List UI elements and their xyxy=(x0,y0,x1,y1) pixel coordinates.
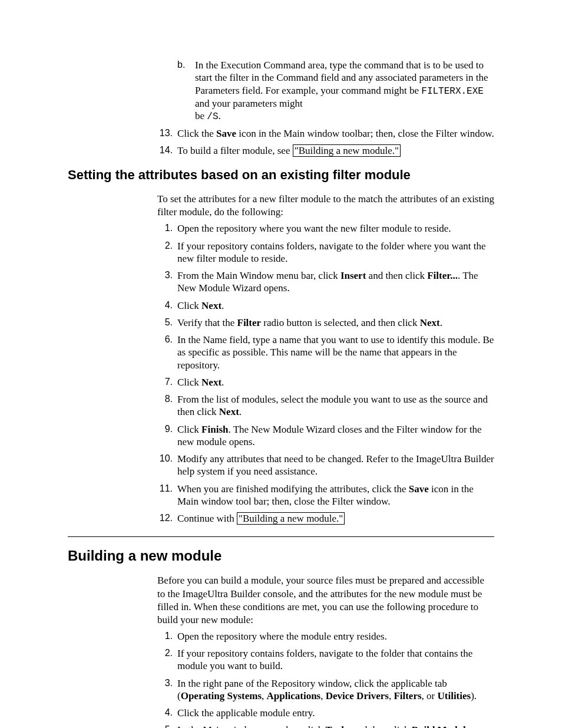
s2-step-10: 10. Modify any attributes that need to b… xyxy=(157,453,494,478)
s2-3-p2: and then click xyxy=(366,270,427,281)
s2-9-b1: Finish xyxy=(201,424,228,435)
s2-9-p1: Click xyxy=(177,424,201,435)
s3-step-4: 4. Click the applicable module entry. xyxy=(157,707,494,719)
step-14-num: 14. xyxy=(157,144,173,156)
s2-11-p1: When you are finished modifying the attr… xyxy=(177,483,409,495)
step-b-code-1: FILTERX.EXE xyxy=(421,86,484,97)
step-b-text-3: be xyxy=(195,110,207,121)
section-divider xyxy=(68,536,494,537)
s3-3-p2: , xyxy=(262,690,267,701)
step-14: 14. To build a filter module, see "Build… xyxy=(157,144,494,157)
s2-4-p2: . xyxy=(222,300,224,311)
s2-step-2-num: 2. xyxy=(157,240,173,252)
section2-steps: 1. Open the repository where you want th… xyxy=(68,222,494,525)
step-13-p1: Click the xyxy=(177,128,216,139)
s2-5-p3: . xyxy=(440,317,442,328)
s2-step-8: 8. From the list of modules, select the … xyxy=(157,393,494,419)
s2-12-p1: Continue with xyxy=(177,513,237,524)
s2-5-p2: radio button is selected, and then click xyxy=(261,317,420,328)
s2-step-5-num: 5. xyxy=(157,317,173,328)
s2-5-b1: Filter xyxy=(237,317,262,328)
step-13-num: 13. xyxy=(157,127,173,139)
s2-3-b2: Filter... xyxy=(427,270,458,281)
s2-step-5: 5. Verify that the Filter radio button i… xyxy=(157,317,494,329)
step-b-letter: b. xyxy=(177,59,185,71)
s2-step-12: 12. Continue with "Building a new module… xyxy=(157,512,494,525)
s3-step-1-text: Open the repository where the module ent… xyxy=(177,631,387,642)
s2-step-4: 4. Click Next. xyxy=(157,299,494,312)
s3-5-p2: , and then click xyxy=(348,724,412,728)
s3-step-4-text: Click the applicable module entry. xyxy=(177,707,315,719)
s2-3-b1: Insert xyxy=(340,270,366,281)
s2-step-2: 2. If your repository contains folders, … xyxy=(157,240,494,265)
step-13-b1: Save xyxy=(216,128,236,139)
s2-step-9-num: 9. xyxy=(157,423,173,435)
s2-5-p1: Verify that the xyxy=(177,317,237,328)
section1-steps: 13. Click the Save icon in the Main wind… xyxy=(68,127,494,157)
s3-step-1: 1. Open the repository where the module … xyxy=(157,630,494,643)
s2-8-b1: Next xyxy=(219,406,239,417)
s2-11-b1: Save xyxy=(409,483,429,495)
s3-step-2-text: If your repository contains folders, nav… xyxy=(177,648,472,671)
s2-step-6-num: 6. xyxy=(157,334,173,345)
s2-5-b2: Next xyxy=(420,317,440,328)
section2-intro: To set the attributes for a new filter m… xyxy=(157,193,494,219)
link-building-new-module-1[interactable]: "Building a new module." xyxy=(293,144,401,157)
s3-5-b1: Tools xyxy=(325,724,348,728)
s2-step-6-text: In the Name field, type a name that you … xyxy=(177,334,494,371)
s2-step-11-num: 11. xyxy=(157,483,173,495)
s3-step-4-num: 4. xyxy=(157,707,173,719)
s3-3-p6: ). xyxy=(471,690,477,701)
s2-8-p2: . xyxy=(239,406,242,417)
s2-4-p1: Click xyxy=(177,300,201,311)
step-14-p1: To build a filter module, see xyxy=(177,145,293,156)
s3-step-3: 3. In the right pane of the Repository w… xyxy=(157,677,494,703)
s2-4-b1: Next xyxy=(201,300,222,311)
s2-step-6: 6. In the Name field, type a name that y… xyxy=(157,334,494,371)
s2-3-p1: From the Main Window menu bar, click xyxy=(177,270,340,281)
s2-step-12-num: 12. xyxy=(157,512,173,524)
s3-3-p5: , or xyxy=(422,690,438,701)
s2-step-1: 1. Open the repository where you want th… xyxy=(157,222,494,235)
s3-step-5-num: 5. xyxy=(157,724,173,728)
s3-3-b2: Applications xyxy=(267,690,321,701)
s2-7-b1: Next xyxy=(201,377,222,388)
step-b-text-2: and your parameters might xyxy=(195,98,303,109)
step-b-text-4: . xyxy=(219,110,221,121)
step-13: 13. Click the Save icon in the Main wind… xyxy=(157,127,494,140)
s3-3-b3: Device Drivers xyxy=(326,690,389,701)
step-b: b. In the Execution Command area, type t… xyxy=(177,59,494,123)
s3-3-b5: Utilities xyxy=(438,690,471,701)
s3-step-2: 2. If your repository contains folders, … xyxy=(157,647,494,673)
step-b-code-2: /S xyxy=(207,111,218,122)
step-13-p2: icon in the Main window toolbar; then, c… xyxy=(236,128,494,139)
s2-step-2-text: If your repository contains folders, nav… xyxy=(177,241,486,264)
s2-step-3: 3. From the Main Window menu bar, click … xyxy=(157,269,494,295)
heading-setting-attributes: Setting the attributes based on an exist… xyxy=(68,167,494,183)
section3-steps: 1. Open the repository where the module … xyxy=(68,630,494,728)
s3-3-p3: , xyxy=(320,690,326,701)
s2-step-10-text: Modify any attributes that need to be ch… xyxy=(177,453,494,477)
s3-step-5: 5. In the Main window menu bar, click To… xyxy=(157,724,494,728)
s3-step-3-num: 3. xyxy=(157,677,173,689)
link-building-new-module-2[interactable]: "Building a new module." xyxy=(237,512,345,525)
s2-7-p2: . xyxy=(222,377,224,388)
nested-list-b: b. In the Execution Command area, type t… xyxy=(68,59,494,123)
s2-step-1-num: 1. xyxy=(157,222,173,234)
s2-step-1-text: Open the repository where you want the n… xyxy=(177,223,451,234)
s2-step-8-num: 8. xyxy=(157,393,173,405)
s3-5-p1: In the Main window menu bar, click xyxy=(177,724,325,728)
s3-5-p3: . xyxy=(478,724,480,728)
s3-step-2-num: 2. xyxy=(157,647,173,659)
section3-intro: Before you can build a module, your sour… xyxy=(157,574,494,626)
s3-5-b2: Build Module... xyxy=(412,724,478,728)
s2-7-p1: Click xyxy=(177,377,201,388)
s2-step-9: 9. Click Finish. The New Module Wizard c… xyxy=(157,423,494,449)
s2-step-7-num: 7. xyxy=(157,376,173,388)
s2-step-7: 7. Click Next. xyxy=(157,376,494,388)
s3-3-b4: Filters xyxy=(394,690,421,701)
s3-3-b1: Operating Systems xyxy=(181,690,262,701)
s2-step-4-num: 4. xyxy=(157,299,173,311)
s2-step-3-num: 3. xyxy=(157,269,173,281)
s2-step-10-num: 10. xyxy=(157,453,173,465)
